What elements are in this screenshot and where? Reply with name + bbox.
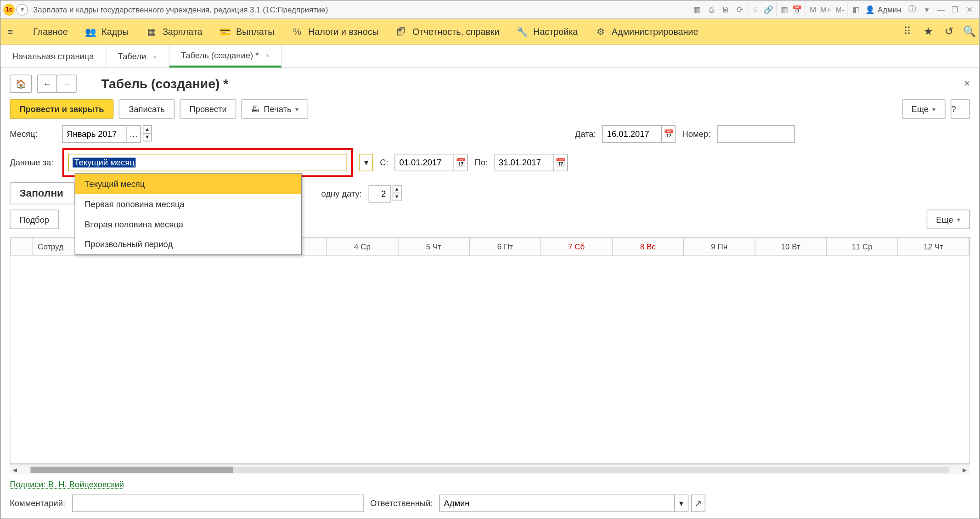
one-date-down-button[interactable]: ▼	[392, 192, 401, 201]
responsible-open-button[interactable]: ↗	[691, 495, 705, 512]
responsible-label: Ответственный:	[370, 498, 433, 508]
write-button[interactable]: Записать	[119, 99, 175, 118]
date-input[interactable]	[603, 125, 662, 143]
nav-vyplaty[interactable]: 💳Выплаты	[219, 26, 274, 37]
scroll-left-icon[interactable]: ◂	[10, 465, 20, 474]
one-date-input[interactable]	[368, 185, 390, 202]
user-icon: 👤	[865, 5, 875, 14]
wrench-icon: 🔧	[516, 26, 528, 37]
date-picker-button[interactable]: 📅	[661, 125, 676, 143]
col-day: 8 Вс	[612, 238, 683, 255]
tb-m-icon[interactable]: M	[805, 3, 818, 16]
more-button[interactable]: Еще▾	[901, 99, 945, 118]
tb-star-icon[interactable]: ☆	[748, 3, 760, 16]
responsible-dropdown-button[interactable]: ▾	[674, 495, 688, 512]
col-day: 9 Пн	[683, 238, 755, 255]
comment-input[interactable]	[72, 495, 364, 512]
help-button[interactable]: ?	[951, 99, 970, 118]
data-for-dropdown-button[interactable]: ▾	[359, 154, 373, 171]
tb-link-icon[interactable]: 🔗	[762, 3, 775, 16]
tb-dropdown-icon[interactable]: ▾	[920, 3, 933, 16]
title-bar: 1c ▾ Зарплата и кадры государственного у…	[0, 0, 979, 19]
month-select-button[interactable]: …	[126, 125, 141, 143]
data-for-combo[interactable]: Текущий месяц	[68, 154, 348, 171]
post-button[interactable]: Провести	[180, 99, 237, 118]
from-picker-button[interactable]: 📅	[454, 154, 468, 171]
close-page-icon[interactable]: ×	[964, 78, 970, 90]
month-label: Месяц:	[10, 129, 37, 139]
month-up-button[interactable]: ▲	[143, 125, 152, 134]
tb-info-icon[interactable]: ⓘ	[906, 3, 919, 16]
home-button[interactable]: 🏠	[10, 74, 32, 93]
signatures-link[interactable]: Подписи: В. Н. Войцеховский	[10, 480, 124, 489]
tb-restore-icon[interactable]: ❐	[949, 3, 962, 16]
timesheet-grid[interactable]: Сотруд Вс2 Пн3 Вт4 Ср5 Чт6 Пт7 Сб8 Вс9 П…	[10, 237, 970, 464]
tb-mminus-icon[interactable]: M-	[834, 3, 846, 16]
nav-zarplata[interactable]: ▦Зарплата	[146, 26, 202, 37]
user-name: Админ	[878, 5, 901, 14]
tb-close-icon[interactable]: ✕	[963, 3, 976, 16]
tab-tabeli[interactable]: Табели×	[106, 45, 169, 67]
chevron-down-icon: ▾	[957, 216, 960, 223]
number-input[interactable]	[717, 125, 795, 143]
one-date-up-button[interactable]: ▲	[392, 185, 401, 193]
tb-calc-icon[interactable]: ▦	[691, 3, 704, 16]
to-input[interactable]	[494, 154, 554, 171]
month-input[interactable]	[62, 125, 127, 143]
col-day: 7 Сб	[541, 238, 612, 255]
fill-button[interactable]: Заполни	[10, 182, 74, 204]
print-button[interactable]: 🖶Печать▾	[242, 99, 308, 118]
table-more-button[interactable]: Еще▾	[926, 209, 970, 229]
tb-grid-icon[interactable]: ▦	[777, 3, 789, 16]
from-input[interactable]	[395, 154, 455, 171]
tb-mplus-icon[interactable]: M+	[819, 3, 832, 16]
dd-item-first-half[interactable]: Первая половина месяца	[75, 194, 301, 214]
apps-icon[interactable]: ⠿	[901, 26, 913, 37]
app-logo-icon: 1c	[3, 4, 15, 15]
to-picker-button[interactable]: 📅	[553, 154, 568, 171]
nav-nastroyka[interactable]: 🔧Настройка	[516, 26, 578, 37]
tab-start-page[interactable]: Начальная страница	[0, 45, 106, 67]
dd-item-current-month[interactable]: Текущий месяц	[75, 174, 301, 194]
col-day: 6 Пт	[469, 238, 541, 255]
tb-user[interactable]: 👤 Админ	[862, 5, 906, 14]
nav-kadry[interactable]: 👥Кадры	[84, 26, 129, 37]
dd-item-second-half[interactable]: Вторая половина месяца	[75, 214, 301, 234]
nav-otchet[interactable]: 🗐Отчетность, справки	[396, 26, 500, 37]
tb-print-icon[interactable]: ⎙	[705, 3, 718, 16]
col-day: 11 Ср	[826, 238, 897, 255]
grid-h-scrollbar[interactable]: ◂ ▸	[10, 464, 970, 474]
tab-tabel-create[interactable]: Табель (создание) *×	[169, 45, 282, 67]
nav-admin[interactable]: ⚙Администрирование	[595, 26, 698, 37]
month-down-button[interactable]: ▼	[143, 133, 152, 141]
dd-item-custom[interactable]: Произвольный период	[75, 234, 301, 254]
nav-burger[interactable]: ≡	[5, 26, 16, 37]
tb-minimize-icon[interactable]: —	[935, 3, 947, 16]
data-for-dropdown: Текущий месяц Первая половина месяца Вто…	[75, 173, 302, 255]
pick-button[interactable]: Подбор	[10, 209, 59, 229]
nav-main[interactable]: Главное	[33, 26, 68, 37]
main-nav: ≡ Главное 👥Кадры ▦Зарплата 💳Выплаты %Нал…	[0, 19, 979, 45]
chevron-down-icon: ▾	[932, 106, 935, 113]
tb-doc-icon[interactable]: 🗎	[719, 3, 732, 16]
tb-panels-icon[interactable]: ◧	[848, 3, 861, 16]
close-icon[interactable]: ×	[265, 51, 269, 59]
back-button[interactable]: ←	[37, 74, 57, 93]
close-icon[interactable]: ×	[153, 52, 157, 60]
post-close-button[interactable]: Провести и закрыть	[10, 99, 114, 118]
col-day: 5 Чт	[398, 238, 469, 255]
system-menu-dropdown-icon[interactable]: ▾	[16, 4, 28, 15]
star-icon[interactable]: ★	[922, 26, 934, 37]
tb-calendar-icon[interactable]: 📅	[791, 3, 804, 16]
window-title: Зарплата и кадры государственного учрежд…	[33, 5, 328, 14]
table-icon: ▦	[146, 26, 157, 37]
nav-nalogi[interactable]: %Налоги и взносы	[291, 26, 379, 37]
forward-button[interactable]: →	[56, 74, 77, 93]
responsible-input[interactable]	[439, 495, 675, 512]
col-day: 4 Ср	[327, 238, 398, 255]
scroll-right-icon[interactable]: ▸	[960, 465, 970, 474]
data-for-label: Данные за:	[10, 158, 53, 167]
search-icon[interactable]: 🔍	[963, 26, 975, 37]
history-icon[interactable]: ↺	[943, 26, 954, 37]
tb-refresh-icon[interactable]: ⟳	[733, 3, 746, 16]
